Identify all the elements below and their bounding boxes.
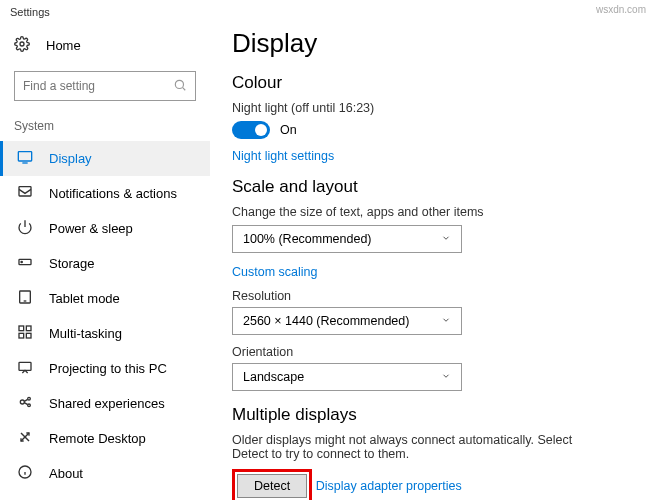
night-light-settings-link[interactable]: Night light settings [232, 149, 334, 163]
section-scale-heading: Scale and layout [232, 177, 646, 197]
display-adapter-link[interactable]: Display adapter properties [316, 479, 462, 493]
main-panel: Display Colour Night light (off until 16… [210, 22, 654, 500]
sidebar-item-remote[interactable]: Remote Desktop [0, 421, 210, 456]
watermark: wsxdn.com [596, 4, 646, 15]
svg-rect-15 [19, 362, 31, 370]
sidebar-item-label: Power & sleep [49, 221, 133, 236]
remote-icon [17, 429, 33, 448]
sidebar-item-label: Storage [49, 256, 95, 271]
search-input[interactable] [23, 79, 163, 93]
svg-point-8 [21, 261, 22, 262]
sidebar: Home System Display Notifications & acti… [0, 22, 210, 500]
sidebar-item-multitasking[interactable]: Multi-tasking [0, 316, 210, 351]
scale-size-dropdown[interactable]: 100% (Recommended) [232, 225, 462, 253]
chevron-down-icon [441, 232, 451, 246]
resolution-label: Resolution [232, 289, 646, 303]
dropdown-value: 2560 × 1440 (Recommended) [243, 314, 409, 328]
sidebar-item-notifications[interactable]: Notifications & actions [0, 176, 210, 211]
svg-point-17 [28, 397, 31, 400]
sidebar-item-label: Notifications & actions [49, 186, 177, 201]
sidebar-item-display[interactable]: Display [0, 141, 210, 176]
scale-size-label: Change the size of text, apps and other … [232, 205, 646, 219]
page-title: Display [232, 28, 646, 59]
orientation-dropdown[interactable]: Landscape [232, 363, 462, 391]
search-input-container[interactable] [14, 71, 196, 101]
night-light-status: Night light (off until 16:23) [232, 101, 646, 115]
projecting-icon [17, 359, 33, 378]
svg-rect-11 [19, 326, 24, 331]
dropdown-value: 100% (Recommended) [243, 232, 372, 246]
svg-rect-14 [26, 333, 31, 338]
sidebar-item-power[interactable]: Power & sleep [0, 211, 210, 246]
section-colour-heading: Colour [232, 73, 646, 93]
tablet-icon [17, 289, 33, 308]
chevron-down-icon [441, 370, 451, 384]
storage-icon [17, 254, 33, 273]
svg-line-19 [24, 399, 27, 401]
detect-button[interactable]: Detect [237, 474, 307, 498]
multiple-desc: Older displays might not always connect … [232, 433, 592, 461]
multitasking-icon [17, 324, 33, 343]
sidebar-item-label: About [49, 466, 83, 481]
toggle-state-label: On [280, 123, 297, 137]
shared-icon [17, 394, 33, 413]
home-button[interactable]: Home [0, 30, 210, 61]
svg-point-1 [175, 80, 183, 88]
custom-scaling-link[interactable]: Custom scaling [232, 265, 317, 279]
sidebar-item-label: Shared experiences [49, 396, 165, 411]
sidebar-item-label: Display [49, 151, 92, 166]
svg-point-0 [20, 42, 24, 46]
section-multiple-heading: Multiple displays [232, 405, 646, 425]
sidebar-item-label: Projecting to this PC [49, 361, 167, 376]
dropdown-value: Landscape [243, 370, 304, 384]
resolution-dropdown[interactable]: 2560 × 1440 (Recommended) [232, 307, 462, 335]
chevron-down-icon [441, 314, 451, 328]
night-light-toggle[interactable] [232, 121, 270, 139]
sidebar-item-label: Tablet mode [49, 291, 120, 306]
about-icon [17, 464, 33, 483]
svg-rect-3 [18, 152, 31, 161]
gear-icon [14, 36, 30, 55]
power-icon [17, 219, 33, 238]
sidebar-item-tablet[interactable]: Tablet mode [0, 281, 210, 316]
home-label: Home [46, 38, 81, 53]
notifications-icon [17, 184, 33, 203]
svg-point-16 [20, 400, 24, 404]
svg-rect-13 [19, 333, 24, 338]
sidebar-item-about[interactable]: About [0, 456, 210, 491]
display-icon [17, 149, 33, 168]
sidebar-item-storage[interactable]: Storage [0, 246, 210, 281]
section-label-system: System [0, 115, 210, 141]
detect-highlight: Detect [232, 469, 312, 500]
sidebar-item-projecting[interactable]: Projecting to this PC [0, 351, 210, 386]
window-title: Settings [0, 0, 654, 22]
search-icon [173, 78, 187, 95]
orientation-label: Orientation [232, 345, 646, 359]
sidebar-item-shared[interactable]: Shared experiences [0, 386, 210, 421]
svg-line-20 [24, 403, 27, 405]
svg-point-18 [28, 404, 31, 407]
svg-line-2 [183, 87, 186, 90]
sidebar-item-label: Multi-tasking [49, 326, 122, 341]
svg-rect-12 [26, 326, 31, 331]
sidebar-item-label: Remote Desktop [49, 431, 146, 446]
